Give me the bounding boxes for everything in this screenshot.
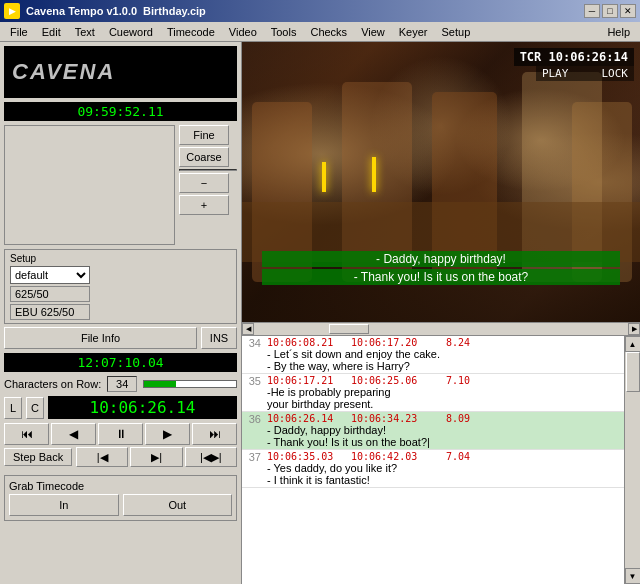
step-back-button[interactable]: ◀ — [51, 423, 96, 445]
main-timecode: 10:06:26.14 — [48, 396, 237, 419]
subtitle-line-2: - Thank you! Is it us on the boat? — [262, 269, 620, 285]
c-button[interactable]: C — [26, 397, 44, 419]
timecode-bottom: 12:07:10.04 — [4, 353, 237, 372]
empty-area — [4, 125, 175, 245]
tcr-overlay: TCR 10:06:26:14 — [514, 48, 634, 66]
menu-keyer[interactable]: Keyer — [393, 25, 434, 39]
scroll-right-button[interactable]: ▶ — [628, 323, 640, 335]
slider-thumb[interactable] — [184, 169, 224, 171]
coarse-button[interactable]: Coarse — [179, 147, 229, 167]
fast-forward-button[interactable]: ⏭ — [192, 423, 237, 445]
window-title: Cavena Tempo v1.0.0 — [26, 5, 137, 17]
slider-track — [179, 169, 237, 171]
subtitle-list-scroll[interactable]: 34 10:06:08.21 10:06:17.20 8.24 - Let´s … — [242, 336, 624, 584]
fine-button[interactable]: Fine — [179, 125, 229, 145]
close-button[interactable]: ✕ — [620, 4, 636, 18]
scroll-left-button[interactable]: ◀ — [242, 323, 254, 335]
menu-setup[interactable]: Setup — [436, 25, 477, 39]
menu-timecode[interactable]: Timecode — [161, 25, 221, 39]
setup-preset-select[interactable]: default — [10, 266, 90, 284]
subtitle-text: -He is probably preparingyour birthday p… — [267, 386, 621, 410]
pause-button[interactable]: ⏸ — [98, 423, 143, 445]
video-area: TCR 10:06:26:14 PLAY LOCK - Daddy, happy… — [242, 42, 640, 322]
menu-help[interactable]: Help — [601, 25, 636, 39]
step-btn-2[interactable]: ▶| — [130, 447, 182, 467]
timecode-top: 09:59:52.11 — [4, 102, 237, 121]
logo-area: CAVENA — [4, 46, 237, 98]
subtitle-timecodes: 10:06:17.21 10:06:25.06 7.10 -He is prob… — [264, 374, 624, 412]
menu-file[interactable]: File — [4, 25, 34, 39]
chars-value: 34 — [107, 376, 137, 392]
transport-section: L C 10:06:26.14 ⏮ ◀ ⏸ ▶ ⏭ Step Back |◀ ▶… — [4, 396, 237, 471]
table-row[interactable]: 36 10:06:26.14 10:06:34.23 8.09 - Daddy,… — [242, 412, 624, 450]
subtitle-timecodes: 10:06:08.21 10:06:17.20 8.24 - Let´s sit… — [264, 336, 624, 374]
grab-out-button[interactable]: Out — [123, 494, 233, 516]
left-panel: CAVENA 09:59:52.11 Fine Coarse − + Setup — [0, 42, 242, 584]
scrollbar-down-button[interactable]: ▼ — [625, 568, 641, 584]
subtitle-dur: 7.04 — [435, 451, 470, 462]
setup-format2: EBU 625/50 — [10, 304, 90, 320]
menu-video[interactable]: Video — [223, 25, 263, 39]
logo-text: CAVENA — [12, 59, 115, 85]
subtitle-overlay: - Daddy, happy birthday! - Thank you! Is… — [242, 250, 640, 286]
minus-button[interactable]: − — [179, 173, 229, 193]
subtitle-num: 34 — [242, 336, 264, 374]
step-btn-1[interactable]: |◀ — [76, 447, 128, 467]
menu-edit[interactable]: Edit — [36, 25, 67, 39]
menu-cueword[interactable]: Cueword — [103, 25, 159, 39]
rewind-button[interactable]: ⏮ — [4, 423, 49, 445]
subtitle-tc-in: 10:06:08.21 — [267, 337, 347, 348]
scroll-thumb[interactable] — [329, 324, 369, 334]
list-scrollbar: ▲ ▼ — [624, 336, 640, 584]
scroll-track[interactable] — [254, 323, 628, 335]
step-btn-3[interactable]: |◀▶| — [185, 447, 237, 467]
menu-bar: File Edit Text Cueword Timecode Video To… — [0, 22, 640, 42]
subtitle-list-area: 34 10:06:08.21 10:06:17.20 8.24 - Let´s … — [242, 334, 640, 584]
scrollbar-up-button[interactable]: ▲ — [625, 336, 641, 352]
subtitle-text: - Let´s sit down and enjoy the cake.- By… — [267, 348, 621, 372]
grab-in-button[interactable]: In — [9, 494, 119, 516]
file-info-button[interactable]: File Info — [4, 327, 197, 349]
subtitle-dur: 8.24 — [435, 337, 470, 348]
timecode-top-row: 09:59:52.11 — [4, 102, 237, 121]
menu-view[interactable]: View — [355, 25, 391, 39]
ins-button[interactable]: INS — [201, 327, 237, 349]
subtitle-dur: 7.10 — [435, 375, 470, 386]
minimize-button[interactable]: ─ — [584, 4, 600, 18]
maximize-button[interactable]: □ — [602, 4, 618, 18]
step-back-label-button[interactable]: Step Back — [4, 448, 72, 466]
subtitle-num: 37 — [242, 450, 264, 488]
play-button[interactable]: ▶ — [145, 423, 190, 445]
setup-label: Setup — [10, 253, 231, 264]
app-icon: ▶ — [4, 3, 20, 19]
subtitle-tc-in: 10:06:35.03 — [267, 451, 347, 462]
lock-text: LOCK — [602, 67, 629, 80]
table-row[interactable]: 37 10:06:35.03 10:06:42.03 7.04 - Yes da… — [242, 450, 624, 488]
grab-timecode-section: Grab Timecode In Out — [4, 475, 237, 521]
scrollbar-thumb[interactable] — [626, 352, 640, 392]
subtitle-text: - Yes daddy, do you like it?- I think it… — [267, 462, 621, 486]
video-scrollbar: ◀ ▶ — [242, 322, 640, 334]
subtitle-tc-out: 10:06:34.23 — [351, 413, 431, 424]
table-row[interactable]: 34 10:06:08.21 10:06:17.20 8.24 - Let´s … — [242, 336, 624, 374]
subtitle-dur: 8.09 — [435, 413, 470, 424]
scrollbar-track[interactable] — [625, 352, 641, 568]
setup-format1: 625/50 — [10, 286, 90, 302]
play-lock-overlay: PLAY LOCK — [536, 66, 634, 81]
table-row[interactable]: 35 10:06:17.21 10:06:25.06 7.10 -He is p… — [242, 374, 624, 412]
subtitle-text: - Daddy, happy birthday!- Thank you! Is … — [267, 424, 621, 448]
menu-text[interactable]: Text — [69, 25, 101, 39]
menu-tools[interactable]: Tools — [265, 25, 303, 39]
play-text: PLAY — [542, 67, 569, 80]
subtitle-line-1: - Daddy, happy birthday! — [262, 251, 620, 267]
chars-progress-fill — [144, 381, 176, 387]
subtitle-tc-out: 10:06:25.06 — [351, 375, 431, 386]
file-info-row: File Info INS — [4, 327, 237, 349]
setup-section: Setup default 625/50 EBU 625/50 — [4, 249, 237, 324]
menu-checks[interactable]: Checks — [304, 25, 353, 39]
l-button[interactable]: L — [4, 397, 22, 419]
subtitle-tc-in: 10:06:26.14 — [267, 413, 347, 424]
plus-button[interactable]: + — [179, 195, 229, 215]
title-bar: ▶ Cavena Tempo v1.0.0 Birthday.cip ─ □ ✕ — [0, 0, 640, 22]
subtitle-tc-in: 10:06:17.21 — [267, 375, 347, 386]
